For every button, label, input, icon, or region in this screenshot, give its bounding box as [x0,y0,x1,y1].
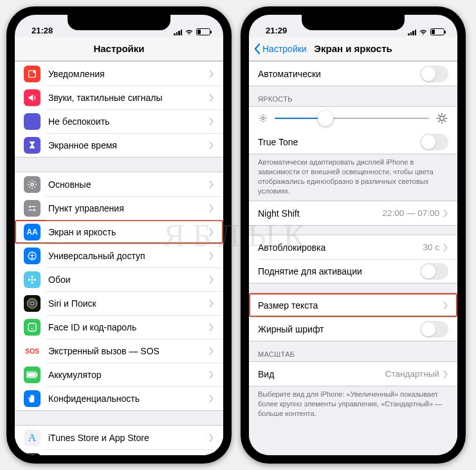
settings-row[interactable]: Обои [15,267,223,291]
settings-row[interactable]: Конфиденциальность [15,386,223,410]
svg-point-2 [31,183,33,186]
settings-row[interactable]: Пункт управления [15,196,223,220]
row-label: Аккумулятор [48,370,209,380]
chevron-left-icon [253,43,261,55]
back-button[interactable]: Настройки [253,37,307,60]
row-icon [24,66,41,82]
row-label: Не беспокоить [48,116,209,127]
row-bold-text[interactable]: Жирный шрифт [249,317,457,341]
row-autolock[interactable]: Автоблокировка 30 с [249,235,457,259]
settings-row[interactable]: Не беспокоить [15,109,223,133]
toggle-truetone[interactable] [420,134,448,150]
chevron-right-icon [209,181,214,188]
chevron-right-icon [209,252,214,260]
svg-point-1 [33,70,35,73]
row-label: Звуки, тактильные сигналы [48,93,209,103]
row-truetone[interactable]: True Tone [249,130,457,154]
chevron-right-icon [209,347,214,355]
notch [302,15,405,30]
chevron-right-icon [209,371,214,379]
screen-left: 21:28 Настройки УведомленияЗвуки, тактил… [15,15,223,455]
back-label: Настройки [262,44,307,54]
row-auto-brightness[interactable]: Автоматически [249,62,457,86]
row-view[interactable]: Вид Стандартный [249,362,457,386]
svg-point-3 [29,205,31,207]
svg-line-40 [438,114,439,116]
brightness-slider-row[interactable] [249,107,457,130]
svg-point-13 [34,278,36,280]
row-raise-to-wake[interactable]: Поднятие для активации [249,259,457,283]
row-label: Автоматически [258,69,420,79]
phone-right: 21:29 Настройки Экран и яркость Автомати… [241,6,466,464]
chevron-right-icon [443,244,448,251]
row-label: True Tone [258,137,420,147]
wifi-icon [419,29,428,35]
chevron-right-icon [209,204,214,212]
svg-line-33 [261,120,261,121]
row-icon [24,390,41,407]
chevron-right-icon [443,210,448,217]
svg-line-31 [261,116,261,116]
chevron-right-icon [209,395,214,402]
settings-list[interactable]: УведомленияЗвуки, тактильные сигналыНе б… [15,61,223,455]
toggle-raise[interactable] [420,263,448,280]
status-time: 21:28 [32,26,53,35]
row-icon [24,453,41,456]
svg-rect-21 [28,373,35,377]
svg-rect-22 [37,373,38,376]
settings-row[interactable]: AAЭкран и яркость [15,220,223,244]
status-indicators [174,28,210,35]
chevron-right-icon [209,118,214,125]
settings-row[interactable]: SOSЭкстренный вызов — SOS [15,339,223,363]
row-label: Экстренный вызов — SOS [48,346,209,356]
svg-point-12 [28,278,30,280]
settings-row[interactable]: Siri и Поиск [15,291,223,315]
svg-point-9 [31,278,33,280]
screen-right: 21:29 Настройки Экран и яркость Автомати… [249,15,457,455]
row-label: Конфиденциальность [48,393,209,404]
settings-row[interactable]: Универсальный доступ [15,244,223,267]
display-settings[interactable]: Автоматически ЯРКОСТЬ True Tone Автомати… [249,61,457,455]
svg-point-15 [29,300,35,307]
settings-row[interactable]: Основные [15,172,223,196]
battery-icon [430,28,444,35]
row-label: Face ID и код-пароль [48,322,209,332]
view-footer: Выберите вид для iPhone: «Увеличенный» п… [249,386,457,424]
brightness-slider[interactable] [275,118,429,119]
row-detail: 22:00 — 07:00 [382,208,439,218]
svg-point-18 [30,326,31,327]
row-label: Поднятие для активации [258,266,420,276]
row-icon [24,271,41,288]
settings-row[interactable]: Уведомления [15,62,223,86]
settings-row[interactable]: AiTunes Store и App Store [15,426,223,449]
settings-row[interactable]: Face ID и код-пароль [15,315,223,339]
row-icon [24,295,41,312]
settings-row[interactable]: Экранное время [15,133,223,157]
row-icon [24,366,41,383]
row-detail: Стандартный [385,369,439,379]
battery-icon [196,28,210,35]
row-label: Экранное время [48,140,209,150]
chevron-right-icon [209,323,214,331]
chevron-right-icon [209,300,214,307]
settings-row[interactable]: Wallet и Apple Pay [15,449,223,455]
row-label: Вид [258,369,385,379]
row-icon [24,137,41,154]
svg-point-11 [31,282,33,284]
chevron-right-icon [443,370,448,378]
row-icon [24,319,41,336]
row-label: Пункт управления [48,203,209,213]
svg-point-5 [33,209,35,211]
row-nightshift[interactable]: Night Shift 22:00 — 07:00 [249,201,457,225]
row-text-size[interactable]: Размер текста [249,293,457,317]
cellular-icon [174,29,182,35]
svg-point-10 [31,275,33,277]
settings-row[interactable]: Звуки, тактильные сигналы [15,86,223,109]
toggle-auto[interactable] [420,66,448,82]
chevron-right-icon [209,94,214,102]
settings-row[interactable]: Аккумулятор [15,363,223,386]
chevron-right-icon [209,434,214,442]
toggle-bold[interactable] [420,321,448,338]
row-label: Универсальный доступ [48,251,209,261]
row-label: Экран и яркость [48,227,209,237]
